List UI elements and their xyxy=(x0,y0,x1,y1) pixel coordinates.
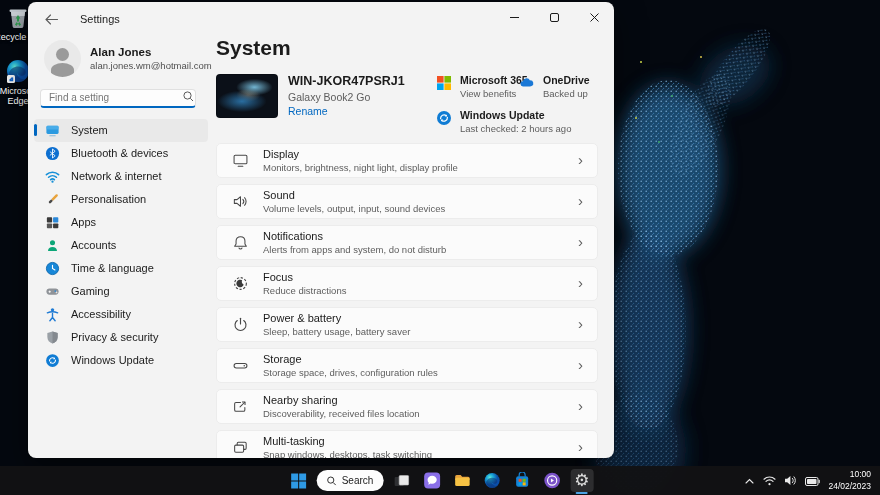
start-icon xyxy=(290,473,306,489)
settings-item-nearby-sharing[interactable]: Nearby sharing Discoverability, received… xyxy=(216,389,598,424)
volume-button[interactable] xyxy=(784,472,797,490)
device-header: WIN-JKOR47PSRJ1 Galaxy Book2 Go Rename M… xyxy=(216,74,598,120)
settings-item-power-battery[interactable]: Power & battery Sleep, battery usage, ba… xyxy=(216,307,598,342)
rename-link[interactable]: Rename xyxy=(288,105,328,117)
sidebar-item-label: System xyxy=(71,124,108,136)
close-button[interactable] xyxy=(574,2,614,32)
network-icon xyxy=(44,168,60,184)
minimize-icon xyxy=(510,13,519,22)
maximize-icon xyxy=(550,13,559,22)
settings-window: Settings Alan Jones alan.jones.wm@hotm xyxy=(28,2,614,458)
edge-icon xyxy=(483,472,500,489)
task-view-button[interactable] xyxy=(390,469,413,492)
settings-item-notifications[interactable]: Notifications Alerts from apps and syste… xyxy=(216,225,598,260)
page-title: System xyxy=(216,36,598,60)
avatar xyxy=(44,40,81,77)
taskbar-search[interactable]: Search xyxy=(317,470,384,491)
edge-button[interactable] xyxy=(480,469,503,492)
sidebar-item-system[interactable]: System xyxy=(34,119,208,142)
gaming-icon xyxy=(44,283,60,299)
settings-list: Display Monitors, brightness, night ligh… xyxy=(216,143,598,458)
clock-time: 10:00 xyxy=(828,469,871,480)
settings-item-sound[interactable]: Sound Volume levels, output, input, soun… xyxy=(216,184,598,219)
settings-item-subtitle: Reduce distractions xyxy=(263,285,346,296)
settings-item-subtitle: Discoverability, received files location xyxy=(263,408,420,419)
search-icon xyxy=(183,91,194,102)
back-button[interactable] xyxy=(36,7,66,31)
sidebar-item-label: Privacy & security xyxy=(71,331,158,343)
maximize-button[interactable] xyxy=(534,2,574,32)
settings-app-button[interactable]: ⚙ xyxy=(570,469,593,492)
settings-item-multi-tasking[interactable]: Multi-tasking Snap windows, desktops, ta… xyxy=(216,430,598,458)
sidebar-item-label: Personalisation xyxy=(71,193,146,205)
sidebar-item-label: Apps xyxy=(71,216,96,228)
back-arrow-icon xyxy=(45,14,58,25)
status-subtitle: Backed up xyxy=(543,88,590,99)
volume-icon xyxy=(784,475,797,486)
chat-button[interactable] xyxy=(420,469,443,492)
time-language-icon xyxy=(44,260,60,276)
close-icon xyxy=(590,13,599,22)
accessibility-icon xyxy=(44,306,60,322)
tray-chevron-up-icon xyxy=(744,477,755,486)
settings-item-title: Multi-tasking xyxy=(263,435,432,447)
chevron-right-icon: › xyxy=(578,439,583,456)
task-view-icon xyxy=(394,473,410,489)
sidebar-item-label: Accounts xyxy=(71,239,116,251)
device-model: Galaxy Book2 Go xyxy=(288,91,370,103)
sidebar-item-privacy-security[interactable]: Privacy & security xyxy=(34,326,208,349)
sidebar-item-gaming[interactable]: Gaming xyxy=(34,280,208,303)
sidebar-item-windows-update[interactable]: Windows Update xyxy=(34,349,208,372)
status-title: OneDrive xyxy=(543,74,590,86)
settings-item-subtitle: Volume levels, output, input, sound devi… xyxy=(263,203,445,214)
sidebar-item-label: Bluetooth & devices xyxy=(71,147,168,159)
user-profile[interactable]: Alan Jones alan.jones.wm@hotmail.com xyxy=(44,40,214,77)
sidebar-item-accounts[interactable]: Accounts xyxy=(34,234,208,257)
network-status-button[interactable] xyxy=(763,472,776,490)
minimize-button[interactable] xyxy=(494,2,534,32)
settings-item-display[interactable]: Display Monitors, brightness, night ligh… xyxy=(216,143,598,178)
chevron-right-icon: › xyxy=(578,193,583,210)
file-explorer-button[interactable] xyxy=(450,469,473,492)
storage-icon xyxy=(231,357,249,375)
sidebar-nav: System Bluetooth & devices Network & int… xyxy=(28,119,214,372)
main-pane: System WIN-JKOR47PSRJ1 Galaxy Book2 Go R… xyxy=(216,36,598,458)
sidebar-item-accessibility[interactable]: Accessibility xyxy=(34,303,208,326)
status-microsoft-365[interactable]: Microsoft 365 View benefits xyxy=(436,74,528,99)
sidebar-item-personalisation[interactable]: Personalisation xyxy=(34,188,208,211)
settings-item-storage[interactable]: Storage Storage space, drives, configura… xyxy=(216,348,598,383)
microsoft-store-icon xyxy=(513,472,530,489)
taskbar-clock[interactable]: 10:00 24/02/2023 xyxy=(828,469,871,491)
get-started-button[interactable] xyxy=(540,469,563,492)
search-input[interactable] xyxy=(40,89,196,108)
settings-item-title: Focus xyxy=(263,271,346,283)
file-explorer-icon xyxy=(453,472,470,489)
microsoft-store-button[interactable] xyxy=(510,469,533,492)
microsoft-365-icon xyxy=(436,75,452,91)
sidebar-item-time-language[interactable]: Time & language xyxy=(34,257,208,280)
battery-button[interactable] xyxy=(805,472,820,490)
chevron-right-icon: › xyxy=(578,234,583,251)
tray-chevron-up-button[interactable] xyxy=(744,472,755,490)
settings-item-subtitle: Snap windows, desktops, task switching xyxy=(263,449,432,458)
sidebar-item-bluetooth-devices[interactable]: Bluetooth & devices xyxy=(34,142,208,165)
titlebar: Settings xyxy=(28,2,614,36)
settings-item-focus[interactable]: Focus Reduce distractions › xyxy=(216,266,598,301)
status-subtitle: Last checked: 2 hours ago xyxy=(460,123,571,134)
sidebar-item-label: Accessibility xyxy=(71,308,131,320)
status-windows-update[interactable]: Windows Update Last checked: 2 hours ago xyxy=(436,109,571,134)
nearby-sharing-icon xyxy=(231,398,249,416)
user-email: alan.jones.wm@hotmail.com xyxy=(90,60,212,71)
sidebar-item-network-internet[interactable]: Network & internet xyxy=(34,165,208,188)
taskbar: Search xyxy=(0,466,880,495)
sidebar-item-apps[interactable]: Apps xyxy=(34,211,208,234)
settings-item-title: Nearby sharing xyxy=(263,394,420,406)
start-button[interactable] xyxy=(287,469,310,492)
bluetooth-icon xyxy=(44,145,60,161)
sidebar-item-label: Gaming xyxy=(71,285,110,297)
status-subtitle: View benefits xyxy=(460,88,528,99)
power-battery-icon xyxy=(231,316,249,334)
settings-item-subtitle: Monitors, brightness, night light, displ… xyxy=(263,162,458,173)
status-onedrive[interactable]: OneDrive Backed up xyxy=(519,74,590,99)
window-title: Settings xyxy=(80,13,120,25)
